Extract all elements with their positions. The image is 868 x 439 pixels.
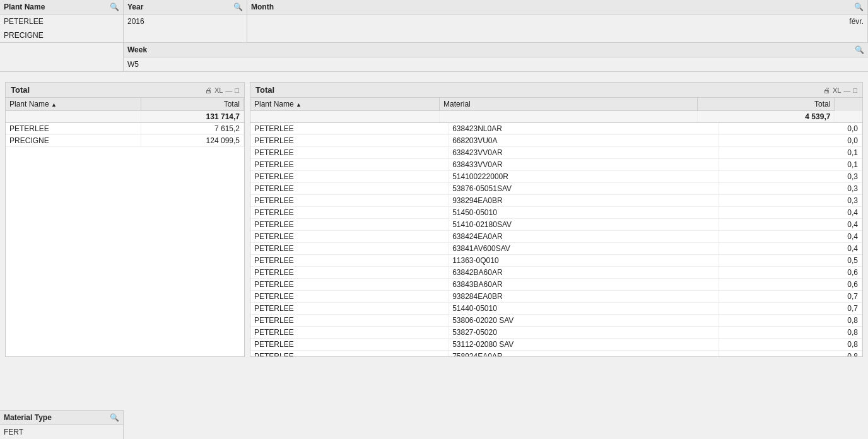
week-search-icon[interactable]: 🔍 [855, 45, 864, 54]
value-cell: 0,0 [718, 123, 862, 135]
table-row: PETERLEE63842BA60AR0,6 [250, 267, 862, 279]
data-cell: PETERLEE [250, 207, 449, 219]
material-grand-total: 4 539,7 [697, 111, 835, 123]
data-cell: 638423VV0AR [449, 147, 718, 159]
data-cell: PETERLEE [250, 255, 449, 267]
maximize-button-2[interactable]: □ [853, 86, 857, 94]
data-cell: PETERLEE [250, 279, 449, 291]
material-table-title: Total [255, 85, 274, 95]
print-icon[interactable]: 🖨 [205, 86, 212, 94]
data-cell: 51410-02180SAV [449, 219, 718, 231]
data-cell: PETERLEE [250, 351, 449, 357]
data-cell: PETERLEE [250, 339, 449, 351]
data-cell: PETERLEE [250, 303, 449, 315]
table-row: PETERLEE638423VV0AR0,1 [250, 147, 862, 159]
total-label [6, 111, 141, 123]
value-cell: 0,3 [718, 195, 862, 207]
data-cell: 53806-02020 SAV [449, 315, 718, 327]
maximize-button[interactable]: □ [235, 86, 239, 94]
material-table-header: Total 🖨 XL — □ [250, 83, 862, 98]
value-cell: 0,4 [718, 231, 862, 243]
table-row: PETERLEE53827-050200,8 [250, 327, 862, 339]
data-cell: 11363-0Q010 [449, 255, 718, 267]
total-cell: 124 099,5 [141, 135, 244, 147]
value-cell: 0,3 [718, 171, 862, 183]
value-cell: 0,8 [718, 327, 862, 339]
plant-name-value-2[interactable]: PRECIGNE [0, 28, 123, 42]
data-cell: 938294EA0BR [449, 195, 718, 207]
total-table-controls: 🖨 XL — □ [205, 86, 239, 94]
value-cell: 0,0 [718, 135, 862, 147]
material-total-row: 4 539,7 [250, 111, 862, 123]
data-cell: PETERLEE [250, 135, 449, 147]
xl-button-2[interactable]: XL [833, 86, 841, 94]
print-icon-2[interactable]: 🖨 [823, 86, 830, 94]
material-table-body[interactable]: PETERLEE638423NL0AR0,0PETERLEE668203VU0A… [250, 123, 862, 356]
value-cell: 0,7 [718, 291, 862, 303]
value-cell: 0,1 [718, 159, 862, 171]
table-row: PETERLEE11363-0Q0100,5 [250, 255, 862, 267]
week-filter: Week 🔍 W5 [124, 43, 868, 71]
month-value[interactable]: févr. [247, 15, 867, 28]
minimize-button-2[interactable]: — [843, 86, 850, 94]
table-row: PETERLEE638433VV0AR0,1 [250, 159, 862, 171]
xl-button[interactable]: XL [214, 86, 223, 94]
col-plant-name[interactable]: Plant Name ▲ [6, 98, 141, 111]
col-plant-name-2[interactable]: Plant Name ▲ [250, 98, 440, 111]
col-material[interactable]: Material [440, 98, 697, 111]
data-cell: PETERLEE [250, 315, 449, 327]
table-row: PETERLEE938294EA0BR0,3 [250, 195, 862, 207]
plant-name-label: Plant Name [4, 3, 45, 11]
table-row: PETERLEE51440-050100,7 [250, 303, 862, 315]
plant-name-search-icon[interactable]: 🔍 [110, 3, 119, 11]
table1-total-row: 131 714,7 [6, 111, 244, 123]
week-header: Week 🔍 [124, 43, 868, 57]
data-cell: 638423NL0AR [449, 123, 718, 135]
data-cell: 63842BA60AR [449, 267, 718, 279]
plant-name-value-1[interactable]: PETERLEE [0, 15, 123, 28]
week-value[interactable]: W5 [124, 57, 868, 71]
table-row: PETERLEE 7 615,2 [6, 123, 244, 135]
value-cell: 0,8 [718, 315, 862, 327]
material-table-header-row: Plant Name ▲ Material Total 4 539,7 [250, 98, 862, 123]
data-cell: PETERLEE [250, 219, 449, 231]
data-cell: PETERLEE [250, 171, 449, 183]
minimize-button[interactable]: — [225, 86, 232, 94]
table-row: PETERLEE638424EA0AR0,4 [250, 231, 862, 243]
col-total[interactable]: Total [141, 98, 244, 111]
material-total-empty2 [440, 111, 697, 123]
table-row: PETERLEE63841AV600SAV0,4 [250, 243, 862, 255]
total-table-header: Total 🖨 XL — □ [6, 83, 244, 98]
table-row: PETERLEE668203VU0A0,0 [250, 135, 862, 147]
month-header: Month 🔍 [247, 0, 867, 15]
value-cell: 0,8 [718, 351, 862, 357]
col-total-2[interactable]: Total [697, 98, 835, 111]
table-row: PETERLEE51450-050100,4 [250, 207, 862, 219]
data-cell: PETERLEE [250, 291, 449, 303]
data-cell: 514100222000R [449, 171, 718, 183]
value-cell: 0,5 [718, 255, 862, 267]
data-cell: PETERLEE [250, 243, 449, 255]
table-row: PETERLEE53876-05051SAV0,3 [250, 183, 862, 195]
plant-name-cell: PRECIGNE [6, 135, 141, 147]
month-filter: Month 🔍 févr. [247, 0, 868, 42]
year-value[interactable]: 2016 [124, 15, 247, 28]
total-table-title: Total [11, 85, 30, 95]
table-row: PETERLEE758924EA0AR0,8 [250, 351, 862, 357]
table-row: PETERLEE53806-02020 SAV0,8 [250, 315, 862, 327]
table-row: PETERLEE638423NL0AR0,0 [250, 123, 862, 135]
year-search-icon[interactable]: 🔍 [233, 3, 243, 11]
table-row: PETERLEE51410-02180SAV0,4 [250, 219, 862, 231]
value-cell: 0,8 [718, 339, 862, 351]
value-cell: 0,4 [718, 219, 862, 231]
data-cell: 638433VV0AR [449, 159, 718, 171]
data-cell: 638424EA0AR [449, 231, 718, 243]
material-table-controls: 🖨 XL — □ [823, 86, 857, 94]
year-filter: Year 🔍 2016 [124, 0, 247, 42]
month-search-icon[interactable]: 🔍 [854, 3, 864, 11]
data-cell: PETERLEE [250, 327, 449, 339]
top-filters: Plant Name 🔍 PETERLEE PRECIGNE Year 🔍 20… [0, 0, 868, 72]
week-label: Week [127, 45, 147, 54]
plant-name-cell: PETERLEE [6, 123, 141, 135]
value-cell: 0,1 [718, 147, 862, 159]
